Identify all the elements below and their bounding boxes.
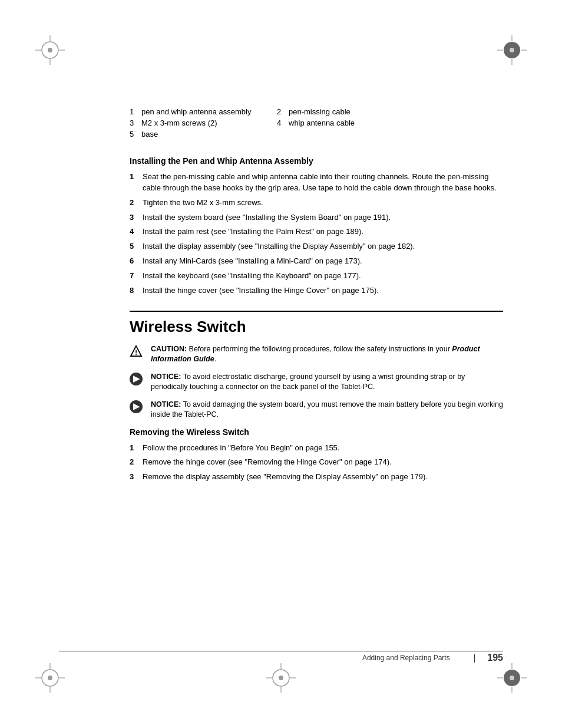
parts-table-row: 1 pen and whip antenna assembly 2 pen-mi…: [130, 106, 406, 117]
notice2-icon: ▶: [130, 400, 146, 413]
step-number: 2: [130, 197, 143, 209]
footer-chapter: Adding and Replacing Parts: [362, 654, 450, 662]
part-num: 1: [130, 106, 141, 117]
part-label: pen and whip antenna assembly: [141, 106, 277, 117]
step-number: 1: [130, 172, 143, 194]
step-text: Remove the display assembly (see "Removi…: [143, 472, 503, 483]
step-text: Install the display assembly (see "Insta…: [143, 241, 503, 252]
step-text: Install the keyboard (see "Installing th…: [143, 271, 503, 282]
step-number: 2: [130, 457, 143, 468]
svg-point-13: [48, 676, 52, 680]
part-label: base: [141, 129, 277, 140]
step-text: Install the palm rest (see "Installing t…: [143, 226, 503, 238]
notice1-block: ▶ NOTICE: To avoid electrostatic dischar…: [130, 372, 503, 393]
step-text: Remove the hinge cover (see "Removing th…: [143, 457, 503, 468]
install-step: 1Seat the pen-missing cable and whip ant…: [130, 172, 503, 194]
notice2-text: NOTICE: To avoid damaging the system boa…: [151, 400, 503, 420]
step-text: Install the hinge cover (see "Installing…: [143, 285, 503, 297]
page-footer: Adding and Replacing Parts | 195: [0, 653, 562, 663]
install-section: Installing the Pen and Whip Antenna Asse…: [130, 156, 503, 297]
step-number: 3: [130, 212, 143, 223]
corner-mark-tr: [497, 35, 527, 65]
wireless-switch-section: Wireless Switch ! CAUTION: Before perfor…: [130, 311, 503, 483]
part-label2: [289, 129, 406, 140]
step-number: 8: [130, 285, 143, 297]
remove-steps-list: 1Follow the procedures in "Before You Be…: [130, 443, 503, 483]
notice1-body: To avoid electrostatic discharge, ground…: [151, 373, 465, 391]
page-number: 195: [487, 653, 503, 663]
install-step: 5Install the display assembly (see "Inst…: [130, 241, 503, 252]
svg-point-25: [279, 676, 283, 680]
part-num: 5: [130, 129, 141, 140]
notice1-text: NOTICE: To avoid electrostatic discharge…: [151, 372, 503, 393]
footer-divider: [59, 651, 503, 651]
part-label2: pen-missing cable: [289, 106, 406, 117]
step-number: 5: [130, 241, 143, 252]
step-number: 3: [130, 472, 143, 483]
install-step: 4Install the palm rest (see "Installing …: [130, 226, 503, 238]
part-num2: 4: [277, 117, 289, 129]
remove-step: 1Follow the procedures in "Before You Be…: [130, 443, 503, 454]
part-label: M2 x 3-mm screws (2): [141, 117, 277, 129]
wireless-switch-title: Wireless Switch: [130, 311, 503, 336]
caution-block: ! CAUTION: Before performing the followi…: [130, 344, 503, 365]
step-number: 4: [130, 226, 143, 238]
install-section-heading: Installing the Pen and Whip Antenna Asse…: [130, 156, 503, 166]
remove-section: Removing the Wireless Switch 1Follow the…: [130, 427, 503, 483]
install-step: 6Install any Mini-Cards (see "Installing…: [130, 256, 503, 267]
caution-label: CAUTION:: [151, 345, 187, 353]
install-steps-list: 1Seat the pen-missing cable and whip ant…: [130, 172, 503, 297]
remove-step: 2Remove the hinge cover (see "Removing t…: [130, 457, 503, 468]
notice2-label: NOTICE:: [151, 400, 181, 409]
footer-separator: |: [474, 653, 476, 663]
install-step: 8Install the hinge cover (see "Installin…: [130, 285, 503, 297]
notice2-block: ▶ NOTICE: To avoid damaging the system b…: [130, 400, 503, 420]
step-text: Follow the procedures in "Before You Beg…: [143, 443, 503, 454]
caution-end: .: [214, 355, 216, 363]
step-text: Install the system board (see "Installin…: [143, 212, 503, 223]
step-text: Seat the pen-missing cable and whip ante…: [143, 172, 503, 194]
step-number: 1: [130, 443, 143, 454]
parts-table-row: 5 base: [130, 129, 406, 140]
caution-text: CAUTION: Before performing the following…: [151, 344, 503, 365]
remove-step: 3Remove the display assembly (see "Remov…: [130, 472, 503, 483]
parts-table-row: 3 M2 x 3-mm screws (2) 4 whip antenna ca…: [130, 117, 406, 129]
part-num: 3: [130, 117, 141, 129]
step-text: Install any Mini-Cards (see "Installing …: [143, 256, 503, 267]
part-num2: 2: [277, 106, 289, 117]
corner-mark-br: [497, 663, 527, 693]
notice2-body: To avoid damaging the system board, you …: [151, 400, 503, 419]
install-step: 3Install the system board (see "Installi…: [130, 212, 503, 223]
caution-icon: !: [130, 345, 146, 361]
step-number: 7: [130, 271, 143, 282]
svg-point-7: [510, 48, 514, 52]
part-num2: [277, 129, 289, 140]
notice-circle-1: ▶: [130, 373, 143, 386]
corner-mark-tl: [35, 35, 65, 65]
svg-text:!: !: [135, 348, 137, 355]
remove-section-heading: Removing the Wireless Switch: [130, 427, 503, 437]
parts-table: 1 pen and whip antenna assembly 2 pen-mi…: [130, 106, 503, 140]
step-text: Tighten the two M2 x 3-mm screws.: [143, 197, 503, 209]
caution-body: Before performing the following procedur…: [187, 345, 452, 353]
page-container: 1 pen and whip antenna assembly 2 pen-mi…: [0, 0, 562, 728]
bottom-center-mark: [266, 663, 296, 693]
svg-point-1: [48, 48, 52, 52]
install-step: 2Tighten the two M2 x 3-mm screws.: [130, 197, 503, 209]
svg-point-19: [510, 676, 514, 680]
part-label2: whip antenna cable: [289, 117, 406, 129]
notice-circle-2: ▶: [130, 400, 143, 413]
corner-mark-bl: [35, 663, 65, 693]
notice1-icon: ▶: [130, 373, 146, 386]
install-step: 7Install the keyboard (see "Installing t…: [130, 271, 503, 282]
main-content: 1 pen and whip antenna assembly 2 pen-mi…: [0, 0, 562, 563]
step-number: 6: [130, 256, 143, 267]
notice1-label: NOTICE:: [151, 373, 181, 381]
